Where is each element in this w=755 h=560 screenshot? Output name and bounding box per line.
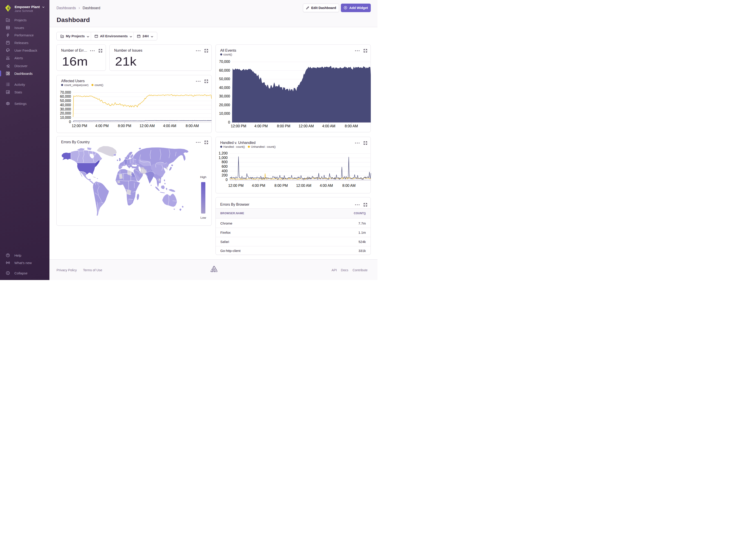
svg-text:20,000: 20,000 [60, 112, 71, 115]
svg-text:600: 600 [221, 165, 228, 168]
svg-text:0: 0 [226, 178, 228, 182]
svg-text:200: 200 [221, 173, 228, 177]
svg-text:50,000: 50,000 [219, 77, 230, 81]
svg-text:10,000: 10,000 [60, 116, 71, 119]
svg-text:4:00 PM: 4:00 PM [252, 184, 265, 187]
svg-text:12:00 PM: 12:00 PM [231, 124, 246, 128]
svg-text:30,000: 30,000 [219, 95, 230, 98]
svg-text:30,000: 30,000 [60, 107, 71, 111]
svg-text:4:00 PM: 4:00 PM [254, 124, 268, 128]
svg-text:60,000: 60,000 [60, 95, 71, 98]
svg-text:4:00 PM: 4:00 PM [95, 124, 109, 128]
svg-text:8:00 AM: 8:00 AM [345, 124, 358, 128]
svg-text:40,000: 40,000 [219, 86, 230, 89]
svg-text:1,000: 1,000 [218, 156, 227, 159]
svg-text:8:00 PM: 8:00 PM [277, 124, 290, 128]
svg-text:12:00 AM: 12:00 AM [296, 184, 311, 187]
svg-text:8:00 AM: 8:00 AM [342, 184, 355, 187]
svg-text:70,000: 70,000 [219, 60, 230, 64]
svg-text:800: 800 [221, 160, 228, 164]
svg-text:60,000: 60,000 [219, 68, 230, 72]
svg-text:4:00 AM: 4:00 AM [163, 124, 176, 128]
svg-text:12:00 AM: 12:00 AM [298, 124, 314, 128]
svg-text:12:00 PM: 12:00 PM [228, 184, 243, 187]
svg-text:4:00 AM: 4:00 AM [322, 124, 335, 128]
svg-text:4:00 AM: 4:00 AM [320, 184, 333, 187]
svg-text:400: 400 [221, 169, 228, 173]
svg-text:70,000: 70,000 [60, 91, 71, 94]
svg-text:8:00 PM: 8:00 PM [118, 124, 131, 128]
svg-text:0: 0 [69, 120, 71, 124]
svg-text:40,000: 40,000 [60, 103, 71, 107]
svg-text:20,000: 20,000 [219, 103, 230, 107]
svg-text:8:00 AM: 8:00 AM [186, 124, 199, 128]
svg-text:0: 0 [228, 120, 230, 124]
svg-text:10,000: 10,000 [219, 112, 230, 116]
svg-text:12:00 PM: 12:00 PM [72, 124, 87, 128]
svg-text:8:00 PM: 8:00 PM [274, 184, 288, 187]
svg-text:1,200: 1,200 [218, 151, 227, 155]
svg-text:50,000: 50,000 [60, 99, 71, 103]
svg-text:12:00 AM: 12:00 AM [139, 124, 155, 128]
